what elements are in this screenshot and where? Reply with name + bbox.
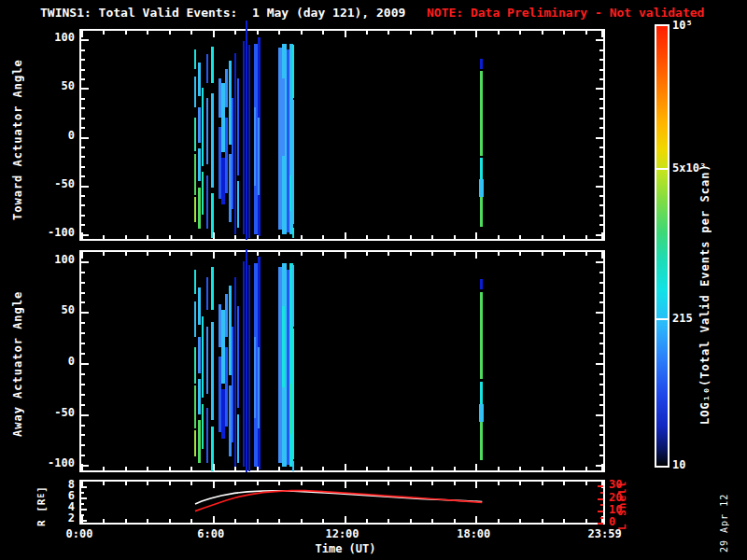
- spectro-stripe: [479, 179, 484, 197]
- x-tick: [585, 235, 587, 239]
- spectro-stripe: [198, 287, 201, 324]
- x-tick: [498, 467, 500, 470]
- y-tick: [81, 88, 89, 90]
- y-tick: [81, 455, 85, 456]
- spectro-stripe: [225, 69, 228, 108]
- x-tick: [190, 467, 192, 470]
- spectro-stripe: [206, 277, 208, 310]
- x-tick: [234, 235, 236, 239]
- x-tick: [410, 235, 412, 239]
- x-tick: [542, 252, 543, 256]
- spectro-stripe: [479, 404, 484, 423]
- y-tick-label: -100: [32, 226, 75, 239]
- y-tick: [81, 282, 85, 284]
- x-tick: [585, 467, 587, 470]
- spectro-stripe: [480, 422, 483, 459]
- x-tick: [585, 31, 587, 35]
- x-tick: [601, 252, 603, 259]
- y-tick: [599, 301, 603, 303]
- y-tick: [599, 59, 603, 61]
- spectro-stripe: [225, 118, 228, 193]
- spectro-stripe: [480, 59, 483, 68]
- y-tick: [81, 204, 85, 206]
- colorbar-tick: [656, 318, 668, 320]
- y-tick: [81, 363, 89, 365]
- data-preliminary-note: NOTE: Data Preliminary - Not validated: [427, 6, 704, 20]
- spectro-stripe: [198, 420, 201, 463]
- spectro-stripe: [225, 294, 228, 337]
- y-tick: [81, 261, 89, 263]
- spectro-stripe: [206, 98, 208, 164]
- y-tick: [599, 272, 603, 273]
- x-tick: [103, 467, 105, 470]
- y-tick: [599, 343, 603, 344]
- x-tick: [213, 464, 215, 470]
- spectro-stripe: [206, 327, 208, 394]
- l-tick-label: 30: [609, 478, 622, 491]
- y-tick: [596, 261, 603, 263]
- r-axis-label: R [RE]: [35, 478, 48, 526]
- spectro-stripe: [282, 306, 285, 387]
- x-tick: [585, 252, 587, 256]
- x-tick: [147, 31, 148, 35]
- spectro-stripe: [480, 71, 483, 157]
- y-tick: [596, 137, 603, 139]
- spectro-stripe: [243, 261, 245, 468]
- spectro-stripe: [198, 107, 201, 142]
- x-tick: [366, 235, 368, 239]
- y-tick-label: 0: [32, 129, 75, 142]
- x-tick: [388, 235, 389, 239]
- spectro-stripe: [232, 327, 233, 442]
- spectro-stripe: [292, 228, 294, 237]
- spectro-stripe: [292, 45, 294, 98]
- y-tick: [81, 425, 85, 427]
- y-tick: [81, 384, 85, 385]
- y-axis-label-toward: Toward Actuator Angle: [11, 51, 24, 229]
- y-tick: [81, 353, 85, 355]
- y-tick: [599, 425, 603, 427]
- l-tick-label: 20: [609, 491, 622, 504]
- spectro-stripe: [234, 53, 236, 234]
- y-tick: [81, 186, 89, 188]
- spectro-stripe: [258, 347, 260, 428]
- spectro-stripe: [248, 45, 250, 238]
- spectro-stripe: [198, 63, 201, 95]
- y-tick: [81, 414, 89, 416]
- y-tick: [81, 215, 85, 217]
- spectro-stripe: [211, 322, 214, 420]
- x-tick: [454, 31, 456, 35]
- y-tick: [81, 175, 85, 177]
- x-tick: [519, 31, 521, 35]
- r-tick-label: 2: [56, 511, 75, 525]
- x-tick: [431, 467, 433, 470]
- y-tick: [599, 78, 603, 80]
- spectro-stripe: [202, 404, 204, 449]
- x-tick: [257, 235, 259, 239]
- spectro-stripe: [289, 175, 291, 210]
- spectro-stripe: [292, 329, 294, 459]
- x-tick: [169, 235, 171, 239]
- x-tick: [498, 252, 500, 256]
- spectro-stripe: [292, 265, 294, 327]
- x-tick: [410, 31, 412, 35]
- y-tick: [81, 322, 85, 324]
- time-tick-label: 6:00: [181, 527, 241, 540]
- x-tick: [601, 31, 603, 37]
- y-tick: [81, 224, 85, 226]
- spectro-stripe: [292, 100, 294, 224]
- x-tick: [542, 467, 543, 470]
- spectro-stripe: [194, 77, 196, 107]
- y-tick: [81, 78, 85, 80]
- x-tick: [366, 31, 368, 35]
- y-tick: [599, 118, 603, 119]
- x-tick: [498, 235, 500, 239]
- y-tick: [599, 107, 603, 109]
- y-tick: [81, 234, 89, 236]
- y-tick: [599, 156, 603, 158]
- time-tick-label: 0:00: [49, 527, 109, 540]
- x-tick: [125, 235, 127, 239]
- x-tick: [234, 31, 236, 35]
- y-tick: [81, 107, 85, 109]
- x-tick: [169, 252, 171, 256]
- spectro-stripe: [194, 301, 196, 336]
